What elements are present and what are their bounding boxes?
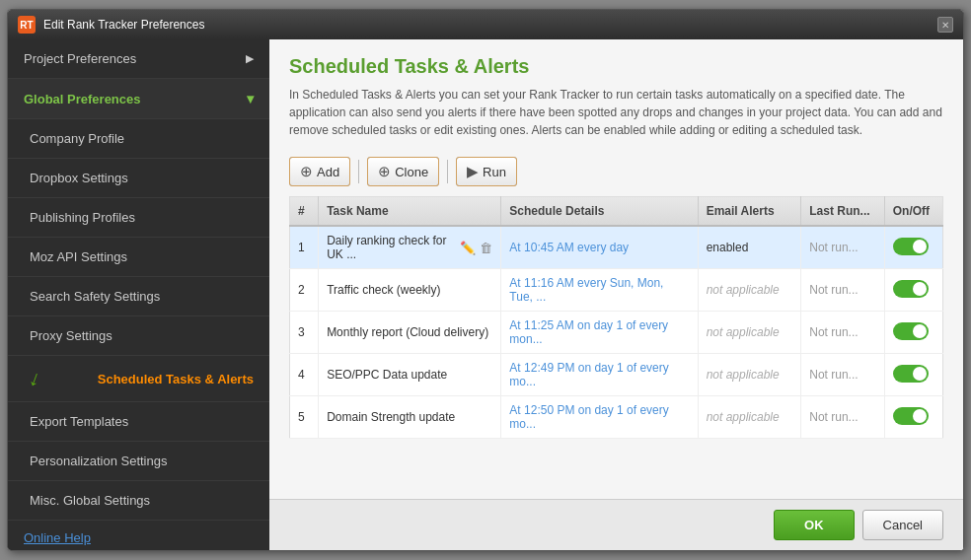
sidebar-item-dropbox-settings[interactable]: Dropbox Settings bbox=[8, 159, 269, 198]
sidebar-item-company-profile[interactable]: Company Profile bbox=[8, 119, 269, 159]
sidebar-item-export-templates[interactable]: Export Templates bbox=[8, 402, 269, 442]
panel-description: In Scheduled Tasks & Alerts you can set … bbox=[289, 86, 943, 139]
edit-icon[interactable]: ✏️ bbox=[460, 241, 476, 255]
toolbar-separator-2 bbox=[447, 160, 448, 183]
sidebar-item-misc-global-settings[interactable]: Misc. Global Settings bbox=[8, 481, 269, 521]
table-row[interactable]: 3 Monthly report (Cloud delivery) At 11:… bbox=[290, 312, 943, 354]
sidebar-item-project-preferences[interactable]: Project Preferences ▶ bbox=[8, 39, 269, 79]
green-arrow-icon: ↓ bbox=[27, 367, 44, 390]
cell-last-run: Not run... bbox=[801, 354, 885, 396]
cell-schedule: At 12:49 PM on day 1 of every mo... bbox=[501, 354, 698, 396]
chevron-right-icon: ▶ bbox=[246, 52, 254, 65]
cell-num: 5 bbox=[290, 396, 319, 439]
clone-icon: ⊕ bbox=[378, 163, 391, 180]
cell-num: 2 bbox=[290, 269, 319, 312]
col-header-last-run: Last Run... bbox=[801, 197, 885, 227]
sidebar-bottom: Online Help bbox=[8, 521, 269, 550]
sidebar-item-scheduled-tasks-alerts[interactable]: ↓ Scheduled Tasks & Alerts bbox=[8, 356, 269, 402]
sidebar-item-search-safety-settings[interactable]: Search Safety Settings bbox=[8, 277, 269, 316]
sidebar-item-label: Misc. Global Settings bbox=[30, 493, 150, 508]
toggle-switch[interactable] bbox=[893, 365, 929, 383]
col-header-on-off: On/Off bbox=[884, 197, 942, 227]
sidebar-item-label: Personalization Settings bbox=[30, 454, 167, 468]
table-container: # Task Name Schedule Details Email Alert… bbox=[269, 196, 963, 499]
table-row[interactable]: 1 Daily ranking check for UK ... ✏️ 🗑 At… bbox=[290, 226, 943, 269]
cell-task-name: Daily ranking check for UK ... ✏️ 🗑 bbox=[319, 226, 501, 269]
task-name-cell: Monthly report (Cloud delivery) bbox=[327, 325, 492, 339]
table-row[interactable]: 5 Domain Strength update At 12:50 PM on … bbox=[290, 396, 943, 439]
task-name-cell: Domain Strength update bbox=[327, 410, 492, 424]
sidebar-item-publishing-profiles[interactable]: Publishing Profiles bbox=[8, 198, 269, 238]
add-button[interactable]: ⊕ Add bbox=[289, 157, 350, 186]
sidebar-item-global-preferences[interactable]: Global Preferences ▾ bbox=[8, 79, 269, 119]
cell-toggle[interactable] bbox=[884, 354, 942, 396]
cell-toggle[interactable] bbox=[884, 269, 942, 312]
sidebar-item-label: Project Preferences bbox=[24, 51, 136, 66]
run-label: Run bbox=[483, 165, 506, 179]
sidebar-item-label: Global Preferences bbox=[24, 92, 141, 106]
cell-task-name: Traffic check (weekly) bbox=[319, 269, 501, 312]
cell-num: 3 bbox=[290, 312, 319, 354]
panel-header: Scheduled Tasks & Alerts In Scheduled Ta… bbox=[269, 39, 963, 147]
col-header-task-name: Task Name bbox=[319, 197, 501, 227]
cell-last-run: Not run... bbox=[801, 269, 885, 312]
sidebar-item-personalization-settings[interactable]: Personalization Settings bbox=[8, 442, 269, 481]
cell-schedule: At 11:25 AM on day 1 of every mon... bbox=[501, 312, 698, 354]
sidebar-item-label: Company Profile bbox=[30, 131, 124, 146]
cell-email-alerts: not applicable bbox=[698, 312, 801, 354]
add-label: Add bbox=[317, 165, 339, 179]
task-name-cell: SEO/PPC Data update bbox=[327, 368, 492, 382]
cell-num: 4 bbox=[290, 354, 319, 396]
footer-right: OK Cancel bbox=[774, 510, 943, 540]
cell-last-run: Not run... bbox=[801, 396, 885, 439]
main-window: RT Edit Rank Tracker Preferences ✕ Proje… bbox=[7, 9, 964, 551]
sidebar-item-label: Dropbox Settings bbox=[30, 171, 128, 185]
cell-email-alerts: not applicable bbox=[698, 354, 801, 396]
online-help-link[interactable]: Online Help bbox=[24, 530, 91, 545]
cell-task-name: Monthly report (Cloud delivery) bbox=[319, 312, 501, 354]
toolbar-separator bbox=[358, 160, 359, 183]
cell-schedule: At 11:16 AM every Sun, Mon, Tue, ... bbox=[501, 269, 698, 312]
table-header-row: # Task Name Schedule Details Email Alert… bbox=[290, 197, 943, 227]
clone-button[interactable]: ⊕ Clone bbox=[367, 157, 439, 186]
col-header-schedule: Schedule Details bbox=[501, 197, 698, 227]
cell-toggle[interactable] bbox=[884, 312, 942, 354]
cancel-button[interactable]: Cancel bbox=[862, 510, 943, 540]
cell-toggle[interactable] bbox=[884, 396, 942, 439]
sidebar: Project Preferences ▶ Global Preferences… bbox=[8, 39, 269, 550]
app-icon: RT bbox=[18, 16, 36, 34]
sidebar-item-label: Search Safety Settings bbox=[30, 289, 160, 304]
ok-button[interactable]: OK bbox=[774, 510, 855, 540]
tasks-table: # Task Name Schedule Details Email Alert… bbox=[289, 196, 943, 439]
toggle-switch[interactable] bbox=[893, 407, 929, 425]
panel-title: Scheduled Tasks & Alerts bbox=[289, 55, 943, 78]
table-row[interactable]: 2 Traffic check (weekly) At 11:16 AM eve… bbox=[290, 269, 943, 312]
cell-toggle[interactable] bbox=[884, 226, 942, 269]
sidebar-item-label: Moz API Settings bbox=[30, 249, 127, 264]
clone-label: Clone bbox=[395, 165, 428, 179]
add-icon: ⊕ bbox=[300, 163, 313, 180]
sidebar-item-moz-api-settings[interactable]: Moz API Settings bbox=[8, 238, 269, 277]
cell-last-run: Not run... bbox=[801, 312, 885, 354]
cell-schedule: At 12:50 PM on day 1 of every mo... bbox=[501, 396, 698, 439]
delete-icon[interactable]: 🗑 bbox=[480, 241, 492, 255]
cell-email-alerts: enabled bbox=[698, 226, 801, 269]
toolbar: ⊕ Add ⊕ Clone ▶ Run bbox=[269, 147, 963, 196]
sidebar-item-proxy-settings[interactable]: Proxy Settings bbox=[8, 316, 269, 356]
run-button[interactable]: ▶ Run bbox=[456, 157, 517, 186]
titlebar-left: RT Edit Rank Tracker Preferences bbox=[18, 16, 204, 34]
cell-task-name: Domain Strength update bbox=[319, 396, 501, 439]
close-button[interactable]: ✕ bbox=[937, 17, 953, 33]
col-header-num: # bbox=[290, 197, 319, 227]
toggle-switch[interactable] bbox=[893, 322, 929, 340]
toggle-switch[interactable] bbox=[893, 280, 929, 298]
table-row[interactable]: 4 SEO/PPC Data update At 12:49 PM on day… bbox=[290, 354, 943, 396]
right-panel: Scheduled Tasks & Alerts In Scheduled Ta… bbox=[269, 39, 963, 550]
footer: OK Cancel bbox=[269, 499, 963, 550]
sidebar-item-label: Proxy Settings bbox=[30, 328, 112, 343]
col-header-email-alerts: Email Alerts bbox=[698, 197, 801, 227]
task-name-cell: Traffic check (weekly) bbox=[327, 283, 492, 297]
task-name-cell: Daily ranking check for UK ... ✏️ 🗑 bbox=[327, 234, 492, 261]
toggle-switch[interactable] bbox=[893, 238, 929, 255]
main-content: Project Preferences ▶ Global Preferences… bbox=[8, 39, 963, 550]
